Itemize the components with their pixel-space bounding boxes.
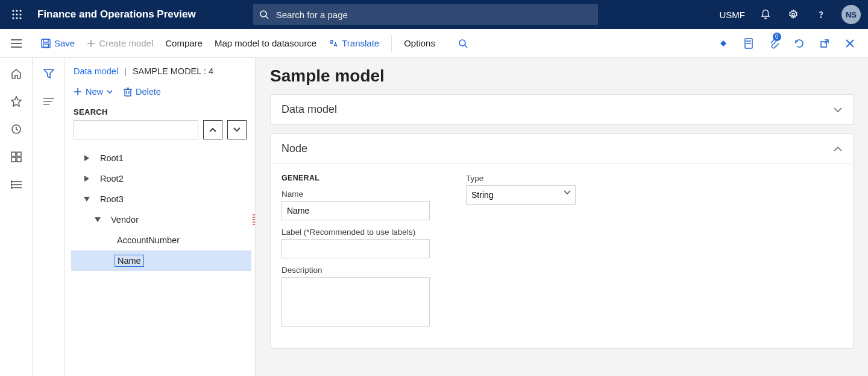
card-header-data-model[interactable]: Data model [271,95,853,124]
delete-label: Delete [136,87,161,97]
home-icon[interactable] [9,66,24,81]
favorites-icon[interactable] [9,94,24,109]
card-header-node[interactable]: Node [271,134,853,164]
svg-point-4 [16,13,17,15]
compare-button[interactable]: Compare [159,38,209,48]
main-content: Sample model Data model Node GENERAL Nam… [256,58,868,376]
breadcrumb-separator: | [124,66,127,76]
chevron-up-icon [209,127,216,132]
attachments-icon[interactable]: 0 [767,36,781,51]
svg-point-42 [11,187,12,188]
save-label: Save [54,38,75,48]
expand-icon[interactable] [82,174,92,183]
new-label: New [86,87,103,97]
translate-label: Translate [342,38,379,48]
connector-icon[interactable] [716,36,731,51]
chevron-down-icon [107,90,113,94]
svg-point-6 [12,17,14,19]
chevron-down-icon [233,127,241,132]
popout-icon[interactable] [817,36,832,51]
search-prev-button[interactable] [203,120,222,139]
name-input[interactable] [281,201,430,220]
save-icon [41,39,51,48]
hamburger-icon[interactable] [11,39,23,48]
svg-point-5 [19,13,21,15]
tree-search-input[interactable] [74,120,198,139]
modules-icon[interactable] [9,177,24,192]
svg-point-0 [12,10,14,11]
global-search[interactable] [253,4,598,25]
expand-icon[interactable] [82,153,92,163]
help-icon[interactable] [814,7,828,22]
action-search-button[interactable] [452,39,474,48]
svg-rect-36 [17,158,21,162]
svg-marker-56 [84,197,90,202]
svg-marker-43 [44,69,54,78]
tree-label: Root3 [98,194,126,205]
svg-marker-31 [11,97,21,106]
options-button[interactable]: Options [398,38,441,48]
tree-label: Name [115,255,144,267]
collapse-icon[interactable] [93,215,102,225]
user-avatar[interactable]: NS [841,5,861,24]
action-bar: Save Create model Compare Map model to d… [0,29,868,58]
breadcrumb: Data model | SAMPLE MODEL : 4 [69,66,251,76]
settings-icon[interactable] [786,7,800,22]
tree-node-vendor[interactable]: Vendor [71,209,251,230]
trash-icon [124,87,132,97]
global-search-input[interactable] [275,9,592,21]
filter-icon[interactable] [42,66,56,81]
card-title: Data model [281,103,337,116]
filter-rail [33,58,65,376]
refresh-icon[interactable] [792,36,807,51]
app-launcher-icon[interactable] [7,5,27,24]
svg-rect-33 [11,152,16,156]
label-input[interactable] [281,239,430,258]
svg-rect-35 [11,158,16,162]
tree-node-accountnumber[interactable]: AccountNumber [71,230,251,250]
notifications-icon[interactable] [758,7,773,22]
search-label: SEARCH [74,107,247,116]
type-field-label: Type [466,174,576,183]
save-button[interactable]: Save [35,38,81,48]
options-label: Options [404,38,435,48]
left-nav-rail [0,58,33,376]
svg-rect-17 [43,39,48,42]
delete-button[interactable]: Delete [124,87,161,97]
topbar: Finance and Operations Preview USMF NS [0,0,868,29]
model-tree: Root1 Root2 Root3 Vendor AccountNumber [69,139,251,271]
svg-marker-55 [84,176,89,182]
svg-point-11 [792,13,795,16]
collapse-icon[interactable] [82,194,92,204]
svg-rect-34 [17,152,21,156]
section-general-label: GENERAL [281,174,430,182]
tree-label: AccountNumber [115,235,182,246]
recent-icon[interactable] [9,122,24,136]
list-toggle-icon[interactable] [42,94,56,109]
plus-icon [74,88,82,96]
side-panel: Data model | SAMPLE MODEL : 4 New Delete… [65,58,256,376]
page-icon[interactable] [741,36,756,51]
svg-line-10 [266,16,268,19]
close-icon[interactable] [843,36,857,51]
label-field-label: Label (*Recommended to use labels) [281,228,430,237]
search-next-button[interactable] [227,120,247,139]
type-select[interactable] [466,185,576,205]
card-title: Node [281,142,307,155]
new-button[interactable]: New [74,87,113,97]
svg-marker-54 [84,155,89,161]
breadcrumb-link[interactable]: Data model [74,66,118,76]
tree-node-name[interactable]: Name [71,250,251,271]
tree-node-root3[interactable]: Root3 [71,189,251,209]
tree-node-root1[interactable]: Root1 [71,148,251,168]
create-model-button: Create model [81,38,159,48]
svg-marker-23 [720,40,726,46]
type-select-value[interactable] [466,185,576,205]
svg-point-7 [16,17,17,19]
company-code[interactable]: USMF [720,10,746,20]
workspaces-icon[interactable] [9,150,24,164]
description-input[interactable] [281,277,430,327]
map-model-button[interactable]: Map model to datasource [209,38,322,48]
translate-button[interactable]: Translate [322,38,385,48]
tree-node-root2[interactable]: Root2 [71,168,251,189]
